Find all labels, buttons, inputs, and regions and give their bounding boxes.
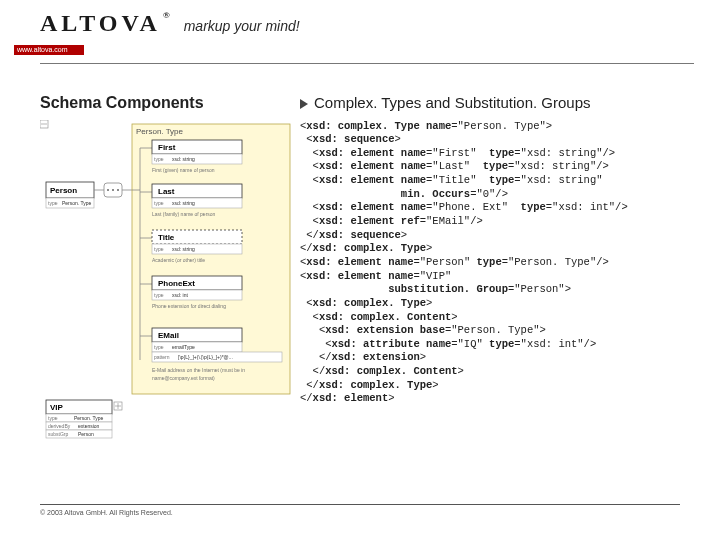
svg-text:type: type [48, 200, 58, 206]
svg-text:xsd: string: xsd: string [172, 200, 195, 206]
svg-point-9 [107, 189, 109, 191]
svg-text:emailType: emailType [172, 344, 195, 350]
svg-text:pattern: pattern [154, 354, 170, 360]
svg-rect-35 [152, 244, 242, 254]
svg-rect-28 [152, 198, 242, 208]
svg-text:Person: Person [78, 431, 94, 437]
svg-text:type: type [154, 292, 164, 298]
svg-rect-20 [152, 154, 242, 164]
code-block: <xsd: complex. Type name="Person. Type">… [300, 120, 706, 406]
svg-text:type: type [154, 246, 164, 252]
svg-text:type: type [154, 156, 164, 162]
svg-point-10 [112, 189, 114, 191]
right-column: Complex. Types and Substitution. Groups … [300, 94, 720, 442]
svg-text:VIP: VIP [50, 403, 64, 412]
svg-text:Person. Type: Person. Type [62, 200, 92, 206]
svg-text:type: type [48, 415, 58, 421]
svg-text:substGrp: substGrp [48, 431, 69, 437]
svg-text:xsd: int: xsd: int [172, 292, 188, 298]
svg-marker-71 [300, 99, 308, 109]
svg-text:type: type [154, 344, 164, 350]
copyright: © 2003 Altova GmbH. All Rights Reserved. [40, 509, 680, 516]
right-title: Complex. Types and Substitution. Groups [300, 94, 706, 112]
svg-text:E-Mail address on the Internet: E-Mail address on the Internet (must be … [152, 367, 245, 373]
svg-text:name@company.ext format): name@company.ext format) [152, 375, 215, 381]
svg-text:derivedBy: derivedBy [48, 423, 71, 429]
svg-text:Last (family) name of person: Last (family) name of person [152, 211, 216, 217]
svg-text:PhoneExt: PhoneExt [158, 279, 195, 288]
svg-text:Person: Person [50, 186, 77, 195]
header: ALTOVA® markup your mind! [0, 0, 720, 43]
svg-text:First (given) name of person: First (given) name of person [152, 167, 215, 173]
svg-text:type: type [154, 200, 164, 206]
svg-text:First: First [158, 143, 176, 152]
svg-rect-42 [152, 290, 242, 300]
svg-point-11 [117, 189, 119, 191]
left-column: Schema Components Person type Person. Ty… [0, 94, 300, 442]
registered-mark: ® [163, 10, 170, 20]
footer-divider [40, 504, 680, 505]
triangle-bullet-icon [300, 95, 310, 112]
footer: © 2003 Altova GmbH. All Rights Reserved. [40, 504, 680, 516]
svg-text:Person. Type: Person. Type [136, 127, 184, 136]
svg-text:Title: Title [158, 233, 175, 242]
left-title: Schema Components [40, 94, 300, 112]
svg-text:extension: extension [78, 423, 100, 429]
tagline: markup your mind! [184, 18, 300, 34]
svg-text:[\p{L}_]+(\.[\p{L}_]+)*@...: [\p{L}_]+(\.[\p{L}_]+)*@... [178, 354, 233, 360]
svg-text:Academic (or other) title: Academic (or other) title [152, 257, 205, 263]
url-bar: www.altova.com [14, 45, 84, 55]
svg-text:Last: Last [158, 187, 175, 196]
content: Schema Components Person type Person. Ty… [0, 94, 720, 442]
schema-diagram: Person type Person. Type Person. Type [40, 120, 298, 442]
divider [40, 63, 694, 64]
svg-text:Person. Type: Person. Type [74, 415, 104, 421]
logo: ALTOVA® [40, 10, 170, 37]
svg-text:Phone extension for direct dia: Phone extension for direct dialing [152, 303, 226, 309]
svg-rect-49 [152, 342, 242, 352]
svg-text:xsd: string: xsd: string [172, 156, 195, 162]
svg-text:EMail: EMail [158, 331, 179, 340]
svg-text:xsd: string: xsd: string [172, 246, 195, 252]
